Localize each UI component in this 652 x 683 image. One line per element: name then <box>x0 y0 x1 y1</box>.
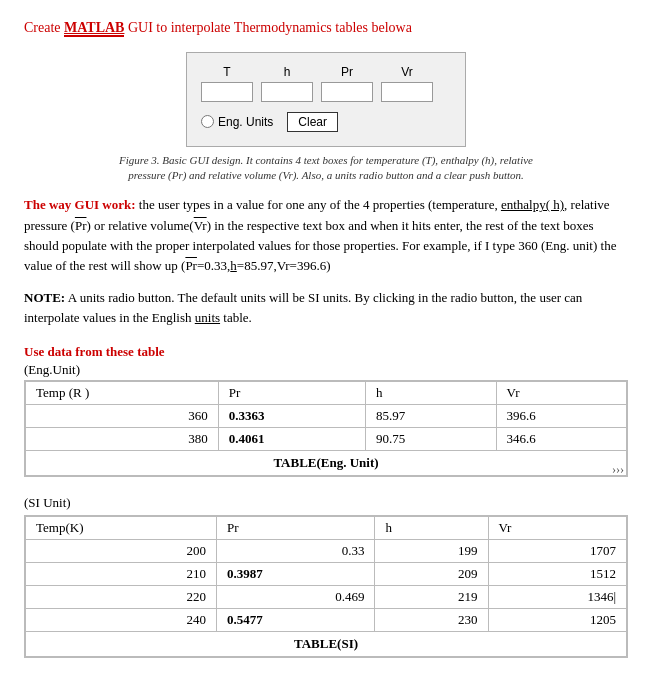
page-title: Create MATLAB GUI to interpolate Thermod… <box>24 18 628 38</box>
eng-table: Temp (R ) Pr h Vr 360 0.3363 85.97 396.6… <box>25 381 627 476</box>
si-row2-pr: 0.3987 <box>217 563 375 586</box>
si-table: Temp(K) Pr h Vr 200 0.33 199 1707 210 0.… <box>25 516 627 657</box>
eng-col-h: h <box>366 382 496 405</box>
input-T[interactable] <box>201 82 253 102</box>
eng-table-footer-row: TABLE(Eng. Unit) <box>26 451 627 476</box>
eng-row2-pr: 0.4061 <box>218 428 365 451</box>
input-h[interactable] <box>261 82 313 102</box>
si-table-footer-row: TABLE(SI) <box>26 632 627 657</box>
matlab-label: MATLAB <box>64 20 124 37</box>
eng-unit-label: (Eng.Unit) <box>24 362 628 378</box>
input-Vr[interactable] <box>381 82 433 102</box>
table-row: 210 0.3987 209 1512 <box>26 563 627 586</box>
eng-row1-pr: 0.3363 <box>218 405 365 428</box>
eng-col-temp: Temp (R ) <box>26 382 219 405</box>
fig-caption-line2: pressure (Pr) and relative volume (Vr). … <box>128 169 524 181</box>
si-col-pr: Pr <box>217 517 375 540</box>
eng-table-footer: TABLE(Eng. Unit) <box>26 451 627 476</box>
way-gui-work-label: The way GUI work: <box>24 197 136 212</box>
si-table-section: Temp(K) Pr h Vr 200 0.33 199 1707 210 0.… <box>24 515 628 662</box>
chevron-right-icon: ››› <box>612 462 624 477</box>
eng-row2-vr: 346.6 <box>496 428 626 451</box>
si-row4-pr: 0.5477 <box>217 609 375 632</box>
si-row1-h: 199 <box>375 540 488 563</box>
table-row: 200 0.33 199 1707 <box>26 540 627 563</box>
si-col-temp: Temp(K) <box>26 517 217 540</box>
eng-table-header-row: Temp (R ) Pr h Vr <box>26 382 627 405</box>
si-row3-temp: 220 <box>26 586 217 609</box>
eng-col-pr: Pr <box>218 382 365 405</box>
si-table-header-row: Temp(K) Pr h Vr <box>26 517 627 540</box>
input-T-group: T <box>201 65 253 102</box>
title-prefix: Create <box>24 20 64 35</box>
si-row1-vr: 1707 <box>488 540 626 563</box>
radio-label-text: Eng. Units <box>218 115 273 129</box>
si-table-wrapper: Temp(K) Pr h Vr 200 0.33 199 1707 210 0.… <box>24 515 628 658</box>
si-row1-pr: 0.33 <box>217 540 375 563</box>
input-Pr-group: Pr <box>321 65 373 102</box>
fig-caption-line1: Figure 3. Basic GUI design. It contains … <box>119 154 533 166</box>
si-col-h: h <box>375 517 488 540</box>
si-row2-temp: 210 <box>26 563 217 586</box>
figure-caption: Figure 3. Basic GUI design. It contains … <box>24 153 628 184</box>
radio-input[interactable] <box>201 115 214 128</box>
table-row: 360 0.3363 85.97 396.6 <box>26 405 627 428</box>
main-description: The way GUI work: the user types in a va… <box>24 195 628 276</box>
input-h-group: h <box>261 65 313 102</box>
gui-inputs-row: T h Pr Vr <box>201 65 451 102</box>
input-Vr-group: Vr <box>381 65 433 102</box>
si-row2-vr: 1512 <box>488 563 626 586</box>
si-unit-label: (SI Unit) <box>24 495 628 511</box>
radio-eng-units[interactable]: Eng. Units <box>201 115 273 129</box>
note-section: NOTE: A units radio button. The default … <box>24 288 628 328</box>
si-row3-h: 219 <box>375 586 488 609</box>
eng-table-wrapper: Temp (R ) Pr h Vr 360 0.3363 85.97 396.6… <box>24 380 628 477</box>
eng-table-section: (Eng.Unit) Temp (R ) Pr h Vr 360 0.3363 … <box>24 362 628 481</box>
input-T-label: T <box>223 65 230 79</box>
use-data-heading: Use data from these table <box>24 344 628 360</box>
table-row: 380 0.4061 90.75 346.6 <box>26 428 627 451</box>
input-Vr-label: Vr <box>401 65 413 79</box>
eng-col-vr: Vr <box>496 382 626 405</box>
si-row4-temp: 240 <box>26 609 217 632</box>
si-row1-temp: 200 <box>26 540 217 563</box>
si-col-vr: Vr <box>488 517 626 540</box>
si-row4-h: 230 <box>375 609 488 632</box>
eng-row1-h: 85.97 <box>366 405 496 428</box>
input-Pr[interactable] <box>321 82 373 102</box>
si-table-footer: TABLE(SI) <box>26 632 627 657</box>
gui-mockup: T h Pr Vr Eng. Units Clear <box>186 52 466 147</box>
si-row4-vr: 1205 <box>488 609 626 632</box>
input-h-label: h <box>284 65 291 79</box>
eng-row1-vr: 396.6 <box>496 405 626 428</box>
eng-row2-temp: 380 <box>26 428 219 451</box>
eng-row2-h: 90.75 <box>366 428 496 451</box>
gui-bottom-row: Eng. Units Clear <box>201 112 451 132</box>
clear-button[interactable]: Clear <box>287 112 338 132</box>
title-suffix: GUI to interpolate Thermodynamics tables… <box>124 20 411 35</box>
si-row2-h: 209 <box>375 563 488 586</box>
si-row3-pr: 0.469 <box>217 586 375 609</box>
table-row: 240 0.5477 230 1205 <box>26 609 627 632</box>
si-row3-vr: 1346 <box>488 586 626 609</box>
table-row: 220 0.469 219 1346 <box>26 586 627 609</box>
note-text: NOTE: A units radio button. The default … <box>24 290 582 325</box>
input-Pr-label: Pr <box>341 65 353 79</box>
eng-row1-temp: 360 <box>26 405 219 428</box>
